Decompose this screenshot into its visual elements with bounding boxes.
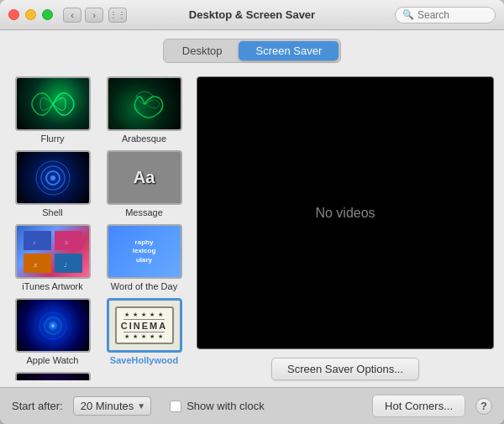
- search-icon: 🔍: [402, 9, 414, 20]
- preview-panel: No videos Screen Saver Options...: [197, 76, 494, 380]
- back-button[interactable]: ‹: [63, 8, 81, 23]
- grid-button[interactable]: ⋮⋮: [108, 8, 127, 23]
- window: ‹ › ⋮⋮ Desktop & Screen Saver 🔍 Desktop …: [0, 0, 504, 424]
- saver-item-message[interactable]: Aa Message: [102, 150, 186, 217]
- chevron-down-icon: ▼: [137, 401, 145, 411]
- show-clock-area: Show with clock: [170, 400, 264, 412]
- svg-rect-7: [55, 254, 82, 273]
- saver-label-itunes: iTunes Artwork: [22, 281, 82, 291]
- titlebar: ‹ › ⋮⋮ Desktop & Screen Saver 🔍: [0, 0, 504, 30]
- saver-label-message: Message: [125, 207, 163, 217]
- forward-button[interactable]: ›: [85, 8, 103, 23]
- tab-desktop[interactable]: Desktop: [165, 41, 239, 60]
- show-clock-label: Show with clock: [186, 400, 264, 412]
- saver-label-arabesque: Arabesque: [122, 133, 166, 144]
- saver-thumb-applewatch: [15, 298, 91, 353]
- search-input[interactable]: [417, 9, 493, 21]
- svg-text:♩: ♩: [64, 262, 66, 268]
- saver-thumb-arabesque: [107, 76, 182, 131]
- traffic-lights: [8, 9, 53, 20]
- saver-list: Flurry Arabesque: [10, 76, 186, 380]
- maximize-button[interactable]: [42, 9, 53, 20]
- svg-text:♪: ♪: [33, 239, 36, 245]
- start-after-select[interactable]: 20 Minutes ▼: [73, 396, 152, 416]
- cinema-word: CINEMA: [121, 321, 167, 331]
- saver-thumb-message: Aa: [107, 150, 182, 205]
- saver-thumb-random: [15, 372, 91, 380]
- minimize-button[interactable]: [25, 9, 36, 20]
- options-button[interactable]: Screen Saver Options...: [271, 358, 419, 380]
- saver-label-applewatch: Apple Watch: [27, 355, 79, 365]
- bottom-bar: Start after: 20 Minutes ▼ Show with cloc…: [0, 387, 504, 424]
- saver-item-flurry[interactable]: Flurry: [10, 76, 95, 144]
- cinema-divider-bottom: [123, 332, 165, 332]
- svg-rect-5: [55, 231, 82, 250]
- svg-point-16: [51, 324, 55, 327]
- show-clock-checkbox[interactable]: [170, 400, 181, 412]
- saver-label-shell: Shell: [42, 207, 62, 217]
- saver-thumb-shell: [15, 150, 91, 205]
- search-box[interactable]: 🔍: [395, 7, 496, 24]
- close-button[interactable]: [8, 9, 19, 20]
- saver-grid: Flurry Arabesque: [10, 76, 186, 380]
- svg-point-3: [50, 175, 55, 181]
- cinema-ticket: ★ ★ ★ ★ ★ CINEMA ★ ★ ★ ★ ★: [115, 306, 174, 344]
- saver-item-shell[interactable]: Shell: [10, 150, 95, 217]
- window-title: Desktop & Screen Saver: [189, 8, 315, 21]
- start-after-label: Start after:: [12, 400, 63, 412]
- word-text: raphylexicogulary: [131, 237, 158, 266]
- svg-text:♬: ♬: [33, 262, 37, 268]
- saver-thumb-word: raphylexicogulary: [107, 224, 182, 279]
- cinema-stars: ★ ★ ★ ★ ★: [124, 311, 164, 318]
- saver-item-random[interactable]: Random: [10, 372, 95, 380]
- svg-rect-4: [24, 231, 51, 250]
- saver-item-itunes[interactable]: ♪ ♫ ♬ ♩ iTunes Artwork: [10, 224, 95, 291]
- saver-label-savehollywood: SaveHollywood: [110, 355, 178, 365]
- start-after-value: 20 Minutes: [81, 400, 134, 412]
- svg-text:♫: ♫: [64, 239, 68, 245]
- saver-label-word: Word of the Day: [111, 281, 177, 291]
- hot-corners-button[interactable]: Hot Corners...: [372, 395, 465, 417]
- saver-item-savehollywood[interactable]: ★ ★ ★ ★ ★ CINEMA ★ ★ ★ ★ ★ SaveHollywood: [102, 298, 186, 365]
- help-button[interactable]: ?: [475, 398, 492, 415]
- no-videos-text: No videos: [315, 206, 375, 221]
- saver-item-applewatch[interactable]: Apple Watch: [10, 298, 95, 365]
- cinema-divider-top: [123, 319, 165, 320]
- saver-item-word[interactable]: raphylexicogulary Word of the Day: [102, 224, 186, 291]
- saver-thumb-flurry: [15, 76, 91, 131]
- tab-group: Desktop Screen Saver: [163, 39, 341, 63]
- cinema-stars-bottom: ★ ★ ★ ★ ★: [124, 333, 164, 340]
- tab-screensaver[interactable]: Screen Saver: [239, 41, 339, 60]
- saver-item-arabesque[interactable]: Arabesque: [102, 76, 186, 144]
- nav-buttons: ‹ ›: [63, 8, 103, 23]
- saver-label-flurry: Flurry: [40, 133, 64, 144]
- main-content: Flurry Arabesque: [0, 70, 504, 387]
- preview-screen: No videos: [197, 76, 494, 349]
- tabs-area: Desktop Screen Saver: [0, 30, 504, 70]
- svg-rect-6: [24, 254, 51, 273]
- saver-thumb-itunes: ♪ ♫ ♬ ♩: [15, 224, 91, 279]
- message-aa-text: Aa: [134, 168, 155, 187]
- saver-thumb-savehollywood: ★ ★ ★ ★ ★ CINEMA ★ ★ ★ ★ ★: [107, 298, 182, 353]
